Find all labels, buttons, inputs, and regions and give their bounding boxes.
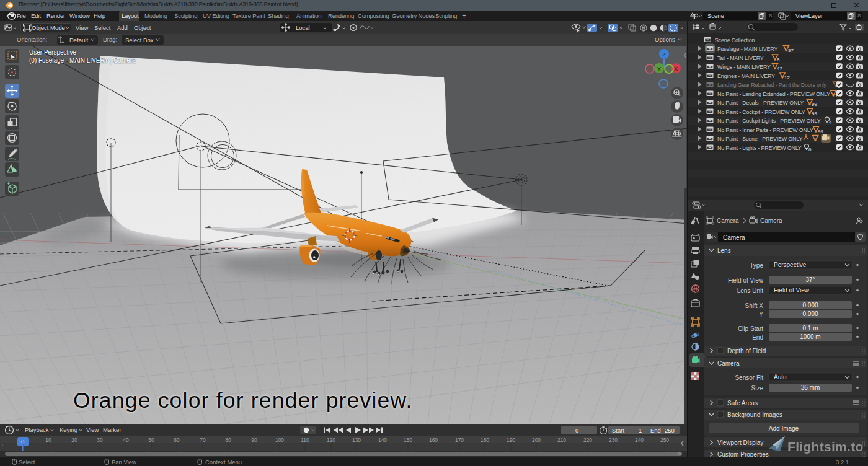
svg-text:0.000: 0.000 <box>802 302 818 309</box>
svg-text:❮: ❮ <box>680 440 685 447</box>
svg-text:No Paint - Landing Extended -: No Paint - Landing Extended - PREVIEW ON… <box>717 91 830 97</box>
svg-text:No Paint - Scene - PREVIEW ONL: No Paint - Scene - PREVIEW ONLY <box>717 136 802 142</box>
svg-text:0.1 m: 0.1 m <box>802 325 818 332</box>
svg-text:230: 230 <box>609 437 618 443</box>
svg-text:190: 190 <box>507 437 515 443</box>
svg-text:99: 99 <box>818 129 823 134</box>
svg-text:Wings - MAIN LIVERY: Wings - MAIN LIVERY <box>717 64 771 70</box>
svg-text:160: 160 <box>429 437 438 443</box>
svg-text:Auto: Auto <box>774 374 787 380</box>
svg-text:250: 250 <box>660 437 669 443</box>
svg-text:4: 4 <box>829 120 832 125</box>
svg-text:10: 10 <box>45 437 51 443</box>
svg-text:150: 150 <box>404 437 412 443</box>
svg-text:Tail - MAIN LIVERY: Tail - MAIN LIVERY <box>717 55 764 61</box>
svg-text:40: 40 <box>123 437 129 443</box>
svg-text:12: 12 <box>784 75 790 81</box>
svg-text:100: 100 <box>275 437 284 443</box>
svg-text:Lens Unit: Lens Unit <box>737 288 763 294</box>
svg-text:›: › <box>1 442 3 448</box>
svg-text:37°: 37° <box>805 276 815 283</box>
svg-text:No Paint - Cockpit Lights - PR: No Paint - Cockpit Lights - PREVIEW ONLY <box>717 118 821 124</box>
svg-text:1000 m: 1000 m <box>800 333 820 340</box>
svg-text:240: 240 <box>635 437 644 443</box>
svg-text:Custom Properties: Custom Properties <box>717 451 769 457</box>
svg-text:170: 170 <box>455 437 464 443</box>
svg-text:50: 50 <box>148 437 154 443</box>
svg-text:Sensor Fit: Sensor Fit <box>735 374 763 381</box>
svg-text:30: 30 <box>97 437 103 443</box>
svg-text:Add Image: Add Image <box>769 425 799 432</box>
svg-text:110: 110 <box>301 437 309 443</box>
svg-text:130: 130 <box>352 437 361 443</box>
svg-text:120: 120 <box>327 437 335 443</box>
svg-text:60: 60 <box>174 437 180 443</box>
svg-text:End: End <box>752 334 763 341</box>
svg-text:Flightsim.to: Flightsim.to <box>787 439 864 454</box>
svg-text:X: X <box>674 66 678 72</box>
svg-text:No Paint - Lights - PREVIEW ON: No Paint - Lights - PREVIEW ONLY <box>717 145 802 151</box>
svg-text:99: 99 <box>812 102 817 107</box>
svg-text:Background Images: Background Images <box>727 411 782 418</box>
svg-text:Clip Start: Clip Start <box>738 325 763 332</box>
svg-text:Depth of Field: Depth of Field <box>727 348 766 354</box>
svg-text:Engines - MAIN LIVERY: Engines - MAIN LIVERY <box>717 73 775 79</box>
svg-text:Safe Areas: Safe Areas <box>727 400 758 407</box>
svg-text:99: 99 <box>812 111 817 116</box>
svg-text:Field of View: Field of View <box>774 287 810 294</box>
svg-text:Shift X: Shift X <box>745 302 764 309</box>
svg-text:Y: Y <box>657 66 661 72</box>
svg-text:0.000: 0.000 <box>802 310 818 317</box>
svg-text:90: 90 <box>251 437 257 443</box>
svg-text:Camera: Camera <box>717 218 739 224</box>
svg-text:Type: Type <box>750 262 763 269</box>
svg-text:Z: Z <box>662 51 666 58</box>
svg-text:Size: Size <box>751 385 764 392</box>
svg-text:Field of View: Field of View <box>728 277 764 284</box>
svg-text:97: 97 <box>788 48 794 53</box>
svg-text:220: 220 <box>583 437 592 443</box>
svg-text:Viewport Display: Viewport Display <box>717 439 763 446</box>
svg-text:Camera: Camera <box>723 234 745 241</box>
svg-text:Camera: Camera <box>760 218 782 224</box>
svg-text:8: 8 <box>777 57 780 63</box>
svg-text:Lens: Lens <box>717 247 731 254</box>
svg-text:Camera: Camera <box>717 360 740 367</box>
svg-text:20: 20 <box>71 437 78 443</box>
svg-text:Y: Y <box>759 311 763 318</box>
svg-text:Perspective: Perspective <box>774 262 807 268</box>
svg-text:47: 47 <box>777 66 782 71</box>
svg-text:36 mm: 36 mm <box>801 384 820 391</box>
svg-text:Landing Gear Retracted - Paint: Landing Gear Retracted - Paint the Doors… <box>717 82 826 88</box>
svg-text:Fuselage - MAIN LIVERY: Fuselage - MAIN LIVERY <box>717 46 777 52</box>
svg-text:80: 80 <box>225 437 231 443</box>
svg-text:200: 200 <box>532 437 541 443</box>
svg-text:70: 70 <box>200 437 206 443</box>
svg-text:6: 6 <box>808 147 812 152</box>
svg-text:140: 140 <box>378 437 387 443</box>
svg-text:No Paint - Decals - PREVIEW ON: No Paint - Decals - PREVIEW ONLY <box>717 100 804 106</box>
svg-text:No Paint - Inner Parts - PREVI: No Paint - Inner Parts - PREVIEW ONLY <box>717 127 813 133</box>
svg-text:210: 210 <box>557 437 566 443</box>
svg-text:No Paint - Cockpit - PREVIEW O: No Paint - Cockpit - PREVIEW ONLY <box>717 109 805 115</box>
svg-text:180: 180 <box>480 437 489 443</box>
